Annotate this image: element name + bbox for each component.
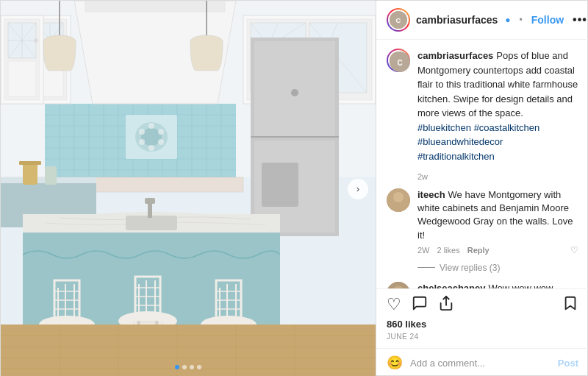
svg-text:C: C [396, 16, 401, 24]
emoji-picker-button[interactable]: 😊 [387, 355, 403, 371]
post-content-area: C cambriasurfacesPops of blue and Montgo… [376, 40, 588, 288]
comment-2-avatar[interactable] [387, 282, 410, 288]
comment-1-likes: 2 likes [437, 246, 460, 255]
comment-1-avatar[interactable] [387, 188, 410, 212]
hashtag-4[interactable]: #traditionalkitchen [417, 151, 495, 162]
dot-4 [197, 365, 201, 369]
bookmark-button[interactable] [562, 295, 578, 314]
caption-avatar-image: C [388, 50, 409, 71]
comment-2: chelseachaneyWow wow wow [387, 282, 578, 288]
post-actions: ♡ [376, 288, 588, 348]
dot-2 [182, 365, 187, 369]
comment-2-body: Wow wow wow [489, 283, 553, 288]
view-replies-btn[interactable]: View replies (3) [387, 263, 578, 273]
svg-rect-130 [23, 163, 37, 185]
svg-point-28 [139, 139, 145, 145]
svg-rect-131 [19, 161, 41, 165]
view-replies-text[interactable]: View replies (3) [440, 263, 500, 273]
avatar-image: C [388, 10, 409, 30]
svg-point-138 [393, 192, 404, 202]
hashtag-3[interactable]: #blueandwhitedecor [417, 136, 503, 147]
verified-badge: ● [505, 15, 510, 25]
likes-count: 860 likes [387, 319, 578, 330]
caption-block: C cambriasurfacesPops of blue and Montgo… [387, 49, 578, 163]
view-replies-line [417, 267, 435, 268]
header-username[interactable]: cambriasurfaces [416, 14, 498, 26]
comment-1-content: iteechWe have Montgomery with white cabi… [417, 188, 578, 255]
svg-text:C: C [397, 59, 402, 67]
post-container: › C cambriasurfaces ● • Follo [0, 0, 588, 376]
post-image: › [1, 1, 376, 376]
comment-button[interactable] [412, 295, 428, 314]
post-comment-button[interactable]: Post [558, 358, 578, 369]
post-date: JUNE 24 [387, 333, 578, 341]
comment-1-text: iteechWe have Montgomery with white cabi… [417, 188, 578, 242]
add-comment-row: 😊 Post [376, 348, 588, 376]
header-separator: • [520, 15, 523, 25]
dot-1 [175, 365, 179, 369]
share-button[interactable] [438, 295, 454, 314]
follow-button[interactable]: Follow [531, 14, 564, 26]
image-dots-indicator [175, 365, 201, 369]
caption-avatar[interactable]: C [387, 49, 410, 72]
comment-1-time: 2W [417, 246, 430, 255]
svg-point-25 [158, 129, 164, 135]
svg-rect-82 [145, 198, 155, 204]
comment-1-reply-btn[interactable]: Reply [467, 246, 490, 255]
svg-point-52 [34, 38, 38, 43]
comment-2-content: chelseachaneyWow wow wow [417, 282, 578, 288]
next-image-button[interactable]: › [348, 179, 368, 199]
svg-rect-72 [262, 163, 298, 207]
svg-point-24 [148, 123, 154, 129]
comment-1-meta: 2W 2 likes Reply ♡ [417, 245, 578, 255]
comment-1-heart-icon[interactable]: ♡ [570, 245, 578, 255]
comment-2-username[interactable]: chelseachaney [417, 283, 486, 288]
caption-timestamp: 2w [387, 172, 578, 181]
svg-point-70 [291, 89, 298, 96]
post-header: C cambriasurfaces ● • Follow ••• [376, 1, 588, 40]
post-info-panel: C cambriasurfaces ● • Follow ••• C [376, 1, 588, 376]
svg-rect-81 [148, 203, 152, 218]
comment-2-text: chelseachaneyWow wow wow [417, 282, 578, 288]
caption-username[interactable]: cambriasurfaces [417, 50, 493, 61]
caption-text: cambriasurfacesPops of blue and Montgome… [417, 49, 578, 163]
header-avatar[interactable]: C [387, 8, 410, 32]
svg-rect-53 [8, 61, 36, 96]
svg-rect-64 [85, 1, 225, 12]
dot-3 [190, 365, 194, 369]
hashtag-1[interactable]: #bluekitchen [417, 122, 474, 133]
more-options-button[interactable]: ••• [573, 13, 587, 26]
like-button[interactable]: ♡ [387, 297, 401, 313]
comment-input[interactable] [410, 358, 551, 369]
comment-1-username[interactable]: iteech [417, 189, 445, 200]
comment-1: iteechWe have Montgomery with white cabi… [387, 188, 578, 255]
svg-rect-132 [45, 166, 57, 185]
svg-point-26 [158, 139, 164, 145]
hashtag-2[interactable]: #coastalkitchen [474, 122, 540, 133]
actions-row: ♡ [387, 295, 578, 314]
svg-point-27 [148, 145, 154, 151]
svg-point-29 [139, 129, 145, 135]
